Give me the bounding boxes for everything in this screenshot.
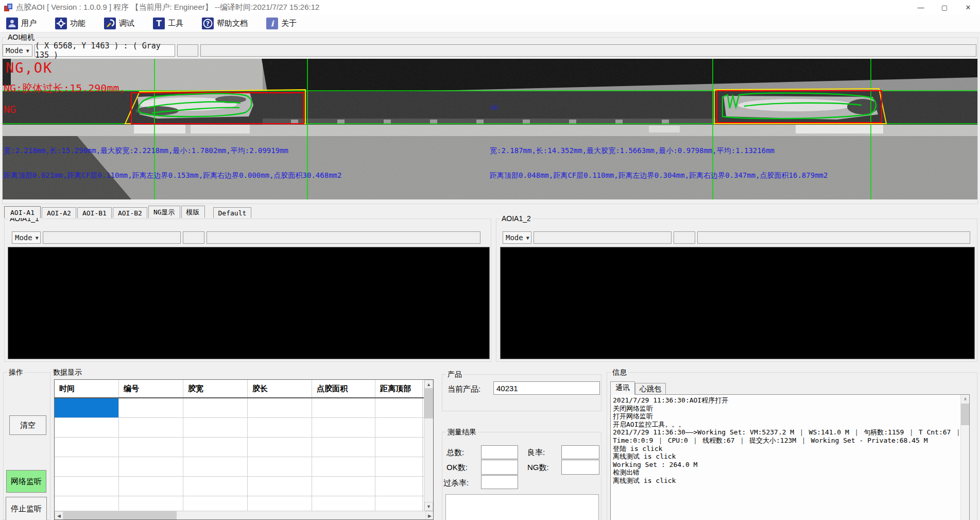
panel2-image-view[interactable] bbox=[500, 247, 975, 359]
table-cell[interactable] bbox=[119, 477, 183, 496]
panel2-mode-dropdown[interactable]: Mode▼ bbox=[503, 231, 531, 244]
data-display-label: 数据显示 bbox=[53, 368, 440, 377]
tab-aoi-a2[interactable]: AOI-A2 bbox=[42, 207, 76, 218]
camera-mode-dropdown[interactable]: Mode▼ bbox=[3, 44, 32, 57]
table-row[interactable] bbox=[55, 418, 433, 438]
log-line: Time:0:0:9 ｜ CPU:0 ｜ 线程数:67 ｜ 提交大小:123M … bbox=[613, 437, 967, 445]
overlay-ng-label: NG bbox=[4, 103, 16, 115]
table-vertical-scrollbar[interactable]: ▲ ▼ bbox=[424, 380, 433, 511]
main-toolbar: 用户 功能 调试 T 工具 ? 帮助文档 i 关于 bbox=[0, 15, 980, 32]
table-horizontal-scrollbar[interactable]: ◀ ▶ bbox=[55, 511, 434, 519]
table-cell[interactable] bbox=[248, 457, 312, 476]
table-row[interactable] bbox=[55, 438, 433, 457]
table-cell[interactable] bbox=[55, 438, 119, 457]
table-cell[interactable] bbox=[312, 418, 375, 437]
table-cell[interactable] bbox=[248, 438, 312, 457]
scrollbar-thumb[interactable] bbox=[424, 389, 433, 418]
table-cell[interactable] bbox=[312, 398, 375, 417]
view-tabstrip: AOI-A1 AOI-A2 AOI-B1 AOI-B2 NG显示 模版 Defa… bbox=[4, 206, 977, 218]
table-cell[interactable] bbox=[375, 438, 423, 457]
table-cell-selected[interactable] bbox=[55, 398, 119, 417]
info-group: 信息 通讯 心跳包 2021/7/29 11:36:30:AOI程序打开 关闭网… bbox=[607, 372, 977, 520]
toolbar-item-tools[interactable]: T 工具 bbox=[153, 18, 183, 29]
camera-image[interactable]: NG,OK NG:胶体过长:15.290mm, NG OK 宽:2.218mm,… bbox=[3, 59, 977, 199]
tab-aoi-b2[interactable]: AOI-B2 bbox=[113, 207, 147, 218]
clear-button[interactable]: 清空 bbox=[9, 415, 46, 435]
table-cell[interactable] bbox=[183, 438, 248, 457]
col-header-glue-width[interactable]: 胶宽 bbox=[183, 380, 248, 397]
table-cell[interactable] bbox=[312, 457, 375, 476]
user-icon bbox=[6, 18, 18, 29]
table-cell[interactable] bbox=[183, 457, 248, 476]
table-cell[interactable] bbox=[55, 418, 119, 437]
table-cell[interactable] bbox=[55, 457, 119, 476]
toolbar-item-function[interactable]: 功能 bbox=[55, 18, 85, 29]
toolbar-item-debug[interactable]: 调试 bbox=[104, 18, 134, 29]
scroll-up-icon[interactable]: ∧ bbox=[961, 395, 970, 404]
communication-log[interactable]: 2021/7/29 11:36:30:AOI程序打开 关闭网络监听 打开网络监听… bbox=[610, 394, 970, 520]
table-cell[interactable] bbox=[183, 398, 248, 417]
table-cell[interactable] bbox=[375, 418, 423, 437]
stop-listen-button[interactable]: 停止监听 bbox=[6, 497, 47, 520]
table-cell[interactable] bbox=[119, 398, 183, 417]
tab-heartbeat[interactable]: 心跳包 bbox=[635, 383, 666, 395]
col-header-time[interactable]: 时间 bbox=[55, 380, 119, 397]
table-cell[interactable] bbox=[183, 477, 248, 496]
overlay-left-measure-2: 距离顶部0.021mm,距离CF层0.110mm,距离左边界0.153mm,距离… bbox=[4, 171, 341, 180]
table-cell[interactable] bbox=[248, 418, 312, 437]
table-cell[interactable] bbox=[375, 477, 423, 496]
col-header-id[interactable]: 编号 bbox=[119, 380, 183, 397]
table-cell[interactable] bbox=[183, 418, 248, 437]
table-cell[interactable] bbox=[119, 457, 183, 476]
log-vertical-scrollbar[interactable]: ∧ bbox=[960, 395, 969, 520]
tab-communication[interactable]: 通讯 bbox=[610, 381, 635, 395]
close-button[interactable]: ✕ bbox=[956, 0, 980, 15]
table-cell[interactable] bbox=[119, 418, 183, 437]
camera-coords-readout: ( X 6568, Y 1463 ) : ( Gray 135 ) bbox=[35, 44, 175, 57]
toolbar-item-user[interactable]: 用户 bbox=[6, 18, 37, 29]
table-cell[interactable] bbox=[375, 398, 423, 417]
scroll-left-icon[interactable]: ◀ bbox=[55, 511, 63, 520]
col-header-distance-top[interactable]: 距离顶部 bbox=[375, 380, 423, 397]
table-cell[interactable] bbox=[375, 457, 423, 476]
table-cell[interactable] bbox=[248, 398, 312, 417]
panel1-mode-dropdown[interactable]: Mode▼ bbox=[12, 231, 41, 244]
tool-icon: T bbox=[153, 18, 165, 29]
panel1-image-view[interactable] bbox=[8, 247, 490, 359]
tab-ng-display[interactable]: NG显示 bbox=[148, 206, 180, 218]
tab-default[interactable]: Default bbox=[213, 207, 252, 218]
tab-aoi-b1[interactable]: AOI-B1 bbox=[77, 207, 112, 218]
toolbar-item-about[interactable]: i 关于 bbox=[266, 18, 297, 29]
table-row[interactable] bbox=[55, 457, 433, 477]
tab-aoi-a1[interactable]: AOI-A1 bbox=[4, 206, 41, 218]
camera-status-box bbox=[200, 44, 976, 57]
scroll-up-icon[interactable]: ▲ bbox=[424, 380, 433, 389]
scrollbar-thumb[interactable] bbox=[961, 404, 970, 425]
scroll-down-icon[interactable]: ▼ bbox=[424, 502, 433, 511]
table-row[interactable] bbox=[55, 398, 433, 418]
overkill-rate-box bbox=[481, 475, 518, 489]
minimize-button[interactable]: — bbox=[909, 0, 933, 15]
col-header-glue-length[interactable]: 胶长 bbox=[248, 380, 312, 397]
scrollbar-thumb[interactable] bbox=[63, 511, 177, 520]
toolbar-item-help[interactable]: ? 帮助文档 bbox=[202, 18, 248, 29]
log-line: 关闭网络监听 bbox=[613, 405, 967, 413]
table-cell[interactable] bbox=[312, 438, 375, 457]
network-listen-button[interactable]: 网络监听 bbox=[6, 470, 46, 493]
panel-aoia1-1: AOIA1_1 Mode▼ bbox=[4, 219, 491, 362]
measurement-group-label: 测量结果 bbox=[446, 428, 478, 437]
panel-aoia1-2-label: AOIA1_2 bbox=[500, 214, 532, 223]
table-cell[interactable] bbox=[119, 438, 183, 457]
about-icon: i bbox=[266, 18, 278, 29]
table-cell[interactable] bbox=[55, 477, 119, 496]
chevron-down-icon: ▼ bbox=[26, 48, 29, 54]
current-product-input[interactable] bbox=[493, 381, 600, 395]
table-cell[interactable] bbox=[248, 477, 312, 496]
table-row[interactable] bbox=[55, 477, 433, 496]
col-header-glue-area[interactable]: 点胶面积 bbox=[312, 380, 375, 397]
maximize-button[interactable]: ▢ bbox=[933, 0, 956, 15]
table-cell[interactable] bbox=[312, 477, 375, 496]
tab-template[interactable]: 模版 bbox=[181, 206, 205, 218]
scroll-right-icon[interactable]: ▶ bbox=[425, 511, 434, 520]
data-table[interactable]: 时间 编号 胶宽 胶长 点胶面积 距离顶部 bbox=[54, 379, 434, 520]
